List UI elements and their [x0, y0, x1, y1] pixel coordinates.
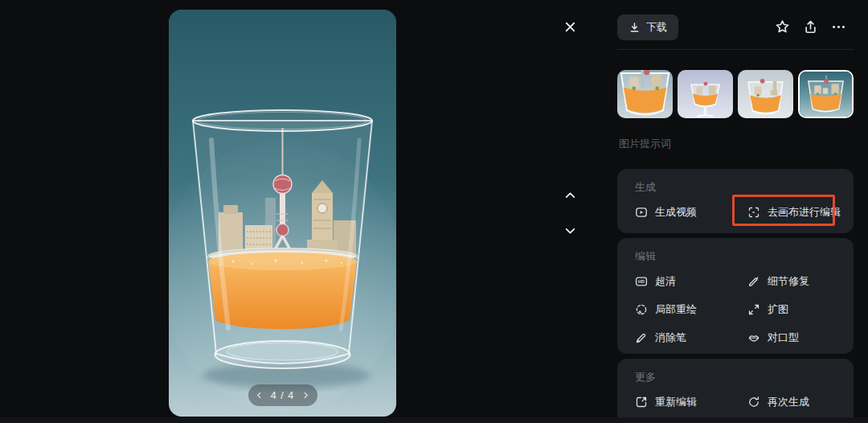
canvas-edit-button[interactable]: 去画布进行编辑	[747, 206, 845, 219]
inpaint-button[interactable]: 局部重绘	[635, 303, 747, 316]
eraser-label: 消除笔	[655, 331, 686, 345]
close-icon	[563, 20, 577, 34]
super-resolution-button[interactable]: HD 超清	[635, 275, 747, 288]
more-options-button[interactable]	[831, 19, 846, 35]
reedit-button[interactable]: 重新编辑	[635, 396, 747, 409]
detail-fix-icon	[747, 275, 760, 288]
thumbnail-strip	[617, 70, 854, 118]
thumbnail-1[interactable]	[617, 70, 673, 118]
chevron-right-icon[interactable]	[301, 391, 310, 400]
next-image-button[interactable]	[560, 221, 579, 240]
canvas-edit-icon	[747, 206, 760, 219]
close-button[interactable]	[560, 17, 579, 36]
thumbnail-2[interactable]	[678, 70, 733, 118]
thumbnail-4-image	[800, 72, 852, 117]
lip-sync-label: 对口型	[768, 331, 799, 345]
regenerate-label: 再次生成	[768, 395, 809, 409]
pagination-label: 4 / 4	[271, 390, 294, 401]
expand-image-label: 扩图	[768, 302, 788, 317]
svg-text:HD: HD	[638, 279, 645, 284]
inpaint-label: 局部重绘	[655, 302, 697, 317]
reedit-label: 重新编辑	[655, 395, 697, 409]
canvas-edit-label: 去画布进行编辑	[768, 205, 841, 220]
more-section: 更多 重新编辑 再次生成	[617, 359, 854, 423]
edit-section-title: 编辑	[635, 249, 656, 264]
star-icon	[775, 19, 790, 35]
pagination-pill: 4 / 4	[248, 384, 317, 406]
image-prompt-label: 图片提示词	[619, 137, 671, 151]
regenerate-icon	[747, 396, 760, 409]
super-resolution-label: 超清	[655, 274, 676, 289]
reedit-icon	[635, 396, 648, 409]
regenerate-button[interactable]: 再次生成	[747, 396, 845, 409]
share-icon	[803, 19, 818, 35]
miniature-city-in-glass-artwork	[169, 10, 396, 417]
previous-image-button[interactable]	[560, 185, 579, 204]
generated-image: 4 / 4	[169, 10, 396, 417]
edit-items: HD 超清 细节修复 局部重绘 扩图 消除笔	[635, 275, 845, 344]
lips-icon	[747, 331, 760, 344]
share-button[interactable]	[803, 19, 818, 35]
hd-icon: HD	[635, 275, 648, 288]
thumbnail-4-selected[interactable]	[798, 70, 854, 118]
chevron-left-icon[interactable]	[255, 391, 264, 400]
edit-section: 编辑 HD 超清 细节修复 局部重绘 扩图	[617, 238, 854, 354]
chevron-down-icon	[563, 224, 577, 238]
generate-section: 生成 生成视频 去画布进行编辑	[617, 169, 854, 233]
eraser-button[interactable]: 消除笔	[635, 331, 747, 344]
window-bottom-edge	[0, 417, 868, 423]
video-icon	[635, 206, 648, 219]
generate-video-button[interactable]: 生成视频	[635, 206, 747, 219]
more-items: 重新编辑 再次生成	[635, 396, 845, 409]
more-icon	[831, 19, 846, 35]
download-icon	[628, 22, 641, 34]
download-label: 下载	[646, 20, 667, 35]
lip-sync-button[interactable]: 对口型	[747, 331, 845, 344]
generate-section-title: 生成	[635, 180, 656, 195]
more-section-title: 更多	[635, 370, 656, 384]
generate-video-label: 生成视频	[655, 205, 697, 220]
chevron-up-icon	[563, 188, 577, 202]
divider	[617, 49, 854, 50]
generate-items: 生成视频 去画布进行编辑	[635, 206, 845, 219]
eraser-icon	[635, 331, 648, 344]
inpaint-icon	[635, 303, 648, 316]
thumbnail-1-image	[617, 70, 673, 118]
expand-image-button[interactable]: 扩图	[747, 303, 845, 316]
thumbnail-3[interactable]	[738, 70, 793, 118]
expand-icon	[747, 303, 760, 316]
detail-fix-button[interactable]: 细节修复	[747, 275, 845, 288]
download-button[interactable]: 下载	[617, 14, 678, 40]
thumbnail-2-image	[678, 70, 733, 118]
thumbnail-3-image	[738, 70, 793, 118]
detail-fix-label: 细节修复	[768, 274, 809, 289]
favorite-button[interactable]	[775, 19, 790, 35]
